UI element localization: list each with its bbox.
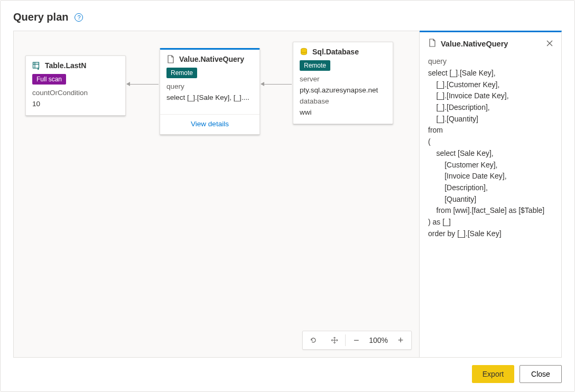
node-value-nativequery[interactable]: Value.NativeQuery Remote query select [_… <box>160 48 260 135</box>
node-title: Table.LastN <box>45 61 86 70</box>
plan-canvas[interactable]: Table.LastN Full scan countOrCondition 1… <box>13 31 420 358</box>
node-params: server pty.sql.azuresynapse.net database… <box>293 74 393 124</box>
dialog-body: Table.LastN Full scan countOrCondition 1… <box>13 31 562 358</box>
param-label: query <box>166 81 253 92</box>
view-details-link[interactable]: View details <box>160 109 259 134</box>
details-title: Value.NativeQuery <box>441 40 508 48</box>
node-table-lastn[interactable]: Table.LastN Full scan countOrCondition 1… <box>25 55 126 116</box>
zoom-level: 100% <box>367 331 390 349</box>
fit-view-button[interactable] <box>324 331 345 349</box>
close-button[interactable]: Close <box>520 365 562 383</box>
node-title: Value.NativeQuery <box>179 55 244 63</box>
page-title: Query plan <box>13 11 68 23</box>
badge-remote: Remote <box>166 68 197 78</box>
export-button[interactable]: Export <box>472 365 514 383</box>
node-params: query select [_].[Sale Key], [_].... <box>160 81 259 109</box>
badge-fullscan: Full scan <box>32 74 66 85</box>
zoom-toolbar: − 100% + <box>302 331 412 350</box>
dialog-footer: Export Close <box>13 358 562 383</box>
details-panel: Value.NativeQuery query select [_].[Sale… <box>419 31 562 358</box>
help-icon[interactable]: ? <box>75 13 83 22</box>
dialog-header: Query plan ? <box>13 11 562 23</box>
param-value: select [_].[Sale Key], [_].... <box>166 92 253 104</box>
node-title: Sql.Database <box>312 48 359 56</box>
param-value: 10 <box>32 99 119 110</box>
document-icon <box>166 55 175 63</box>
arrow-connector <box>127 84 159 85</box>
param-value-database: wwi <box>300 107 386 118</box>
reset-view-button[interactable] <box>303 331 324 349</box>
details-header: Value.NativeQuery <box>428 39 553 49</box>
param-label-server: server <box>300 74 386 85</box>
param-label-database: database <box>300 96 386 107</box>
arrow-connector <box>261 84 292 85</box>
svg-rect-0 <box>33 62 39 68</box>
details-param-label: query <box>428 57 553 66</box>
close-icon[interactable] <box>546 40 553 48</box>
zoom-out-button[interactable]: − <box>346 331 367 349</box>
zoom-in-button[interactable]: + <box>390 331 411 349</box>
database-icon <box>300 48 308 56</box>
node-params: countOrCondition 10 <box>26 88 125 115</box>
document-icon <box>428 39 437 49</box>
plan-canvas-inner: Table.LastN Full scan countOrCondition 1… <box>14 31 419 357</box>
query-plan-dialog: Query plan ? Table.LastN Full scan count… <box>0 0 575 392</box>
details-query-text: select [_].[Sale Key], [_].[Customer Key… <box>428 68 553 239</box>
table-icon <box>32 61 41 70</box>
badge-remote: Remote <box>300 60 330 71</box>
node-header: Value.NativeQuery <box>160 50 259 66</box>
param-label: countOrCondition <box>32 88 119 99</box>
node-header: Sql.Database <box>293 42 393 58</box>
node-header: Table.LastN <box>26 56 125 72</box>
node-sql-database[interactable]: Sql.Database Remote server pty.sql.azure… <box>293 42 393 124</box>
param-value-server: pty.sql.azuresynapse.net <box>300 85 386 96</box>
